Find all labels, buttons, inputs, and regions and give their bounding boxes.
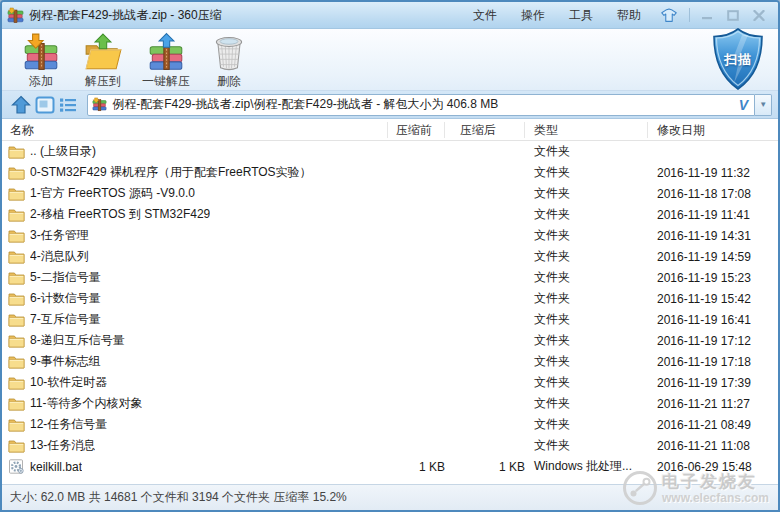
maximize-button[interactable] [720, 6, 746, 24]
toolbar: 添加 解压到 [2, 29, 778, 91]
file-name: .. (上级目录) [30, 143, 96, 160]
file-name: 0-STM32F429 裸机程序（用于配套FreeRTOS实验） [30, 164, 312, 181]
header-date[interactable]: 修改日期 [648, 122, 778, 138]
add-archive-icon [21, 32, 61, 72]
table-row[interactable]: 10-软件定时器 文件夹 2016-11-19 17:39 [2, 372, 778, 393]
modified-date: 2016-11-18 17:08 [648, 187, 778, 201]
trash-icon [209, 32, 249, 72]
table-row[interactable]: 13-任务消息 文件夹 2016-11-21 11:08 [2, 435, 778, 456]
delete-button[interactable]: 删除 [198, 31, 260, 89]
modified-date: 2016-11-19 11:41 [648, 208, 778, 222]
table-row[interactable]: 9-事件标志组 文件夹 2016-11-19 17:18 [2, 351, 778, 372]
menu-bar: 文件 操作 工具 帮助 [461, 4, 653, 27]
list-header: 名称 压缩前 压缩后 类型 修改日期 [2, 119, 778, 141]
header-name[interactable]: 名称 [8, 122, 388, 138]
modified-date: 2016-11-21 11:27 [648, 397, 778, 411]
scan-shield-button[interactable]: 扫描 [712, 27, 764, 91]
file-type: 文件夹 [525, 143, 648, 160]
menu-tools[interactable]: 工具 [557, 4, 605, 27]
list-view-icon[interactable] [57, 94, 79, 116]
extract-to-button[interactable]: 解压到 [72, 31, 134, 89]
table-row[interactable]: 1-官方 FreeRTOS 源码 -V9.0.0 文件夹 2016-11-18 … [2, 183, 778, 204]
toolbar-button-label: 解压到 [85, 73, 121, 90]
folder-icon [8, 417, 25, 432]
menu-help[interactable]: 帮助 [605, 4, 653, 27]
file-type: 文件夹 [525, 416, 648, 433]
header-before[interactable]: 压缩前 [388, 122, 445, 138]
file-type: 文件夹 [525, 290, 648, 307]
table-row[interactable]: 12-任务信号量 文件夹 2016-11-21 08:49 [2, 414, 778, 435]
file-type: 文件夹 [525, 248, 648, 265]
file-name: 2-移植 FreeRTOS 到 STM32F429 [30, 206, 210, 223]
table-row[interactable]: 0-STM32F429 裸机程序（用于配套FreeRTOS实验） 文件夹 201… [2, 162, 778, 183]
folder-icon [8, 270, 25, 285]
minimize-button[interactable] [694, 6, 720, 24]
modified-date: 2016-11-19 11:32 [648, 166, 778, 180]
file-type: 文件夹 [525, 164, 648, 181]
table-row[interactable]: .. (上级目录) 文件夹 [2, 141, 778, 162]
folder-icon [8, 207, 25, 222]
folder-icon [8, 354, 25, 369]
table-row[interactable]: keilkill.bat 1 KB 1 KB Windows 批处理... 20… [2, 456, 778, 477]
modified-date: 2016-11-19 17:39 [648, 376, 778, 390]
toolbar-button-label: 删除 [217, 73, 241, 90]
table-row[interactable]: 11-等待多个内核对象 文件夹 2016-11-21 11:27 [2, 393, 778, 414]
modified-date: 2016-11-19 14:31 [648, 229, 778, 243]
file-type: 文件夹 [525, 374, 648, 391]
extract-folder-icon [83, 32, 123, 72]
view-mode-icon[interactable] [34, 94, 56, 116]
file-name: 9-事件标志组 [30, 353, 101, 370]
file-name: keilkill.bat [30, 460, 82, 474]
file-type: Windows 批处理... [525, 458, 648, 475]
folder-icon [8, 312, 25, 327]
folder-icon [8, 165, 25, 180]
caption-divider [689, 8, 690, 22]
app-archive-icon [7, 7, 24, 24]
folder-icon [8, 438, 25, 453]
up-directory-icon[interactable] [10, 94, 32, 116]
address-history-icon[interactable]: V [739, 97, 748, 113]
table-row[interactable]: 6-计数信号量 文件夹 2016-11-19 15:42 [2, 288, 778, 309]
folder-icon [8, 375, 25, 390]
size-after: 1 KB [445, 460, 525, 474]
file-list: 名称 压缩前 压缩后 类型 修改日期 [2, 119, 778, 484]
archive-mini-icon [92, 97, 107, 112]
window-title: 例程-配套F429-挑战者.zip - 360压缩 [29, 7, 461, 24]
modified-date: 2016-11-19 15:42 [648, 292, 778, 306]
file-type: 文件夹 [525, 311, 648, 328]
address-dropdown-button[interactable]: ▼ [755, 94, 772, 116]
file-name: 4-消息队列 [30, 248, 89, 265]
scan-label: 扫描 [712, 51, 764, 69]
table-row[interactable]: 2-移植 FreeRTOS 到 STM32F429 文件夹 2016-11-19… [2, 204, 778, 225]
add-button[interactable]: 添加 [10, 31, 72, 89]
header-after[interactable]: 压缩后 [445, 122, 525, 138]
table-row[interactable]: 5-二指信号量 文件夹 2016-11-19 15:23 [2, 267, 778, 288]
file-name: 5-二指信号量 [30, 269, 101, 286]
modified-date: 2016-11-19 15:23 [648, 271, 778, 285]
table-row[interactable]: 7-互斥信号量 文件夹 2016-11-19 16:41 [2, 309, 778, 330]
address-bar-input[interactable]: 例程-配套F429-挑战者.zip\例程-配套F429-挑战者 - 解包大小为 … [87, 94, 755, 116]
file-name: 3-任务管理 [30, 227, 89, 244]
status-bar: 大小: 62.0 MB 共 14681 个文件和 3194 个文件夹 压缩率 1… [2, 484, 778, 510]
table-row[interactable]: 3-任务管理 文件夹 2016-11-19 14:31 [2, 225, 778, 246]
batch-file-gear-icon [8, 459, 25, 474]
address-row: 例程-配套F429-挑战者.zip\例程-配套F429-挑战者 - 解包大小为 … [2, 91, 778, 119]
header-type[interactable]: 类型 [525, 122, 648, 138]
menu-file[interactable]: 文件 [461, 4, 509, 27]
modified-date: 2016-11-19 17:18 [648, 355, 778, 369]
close-button[interactable] [746, 6, 772, 24]
file-type: 文件夹 [525, 437, 648, 454]
folder-icon [8, 396, 25, 411]
one-click-extract-button[interactable]: 一键解压 [134, 31, 198, 89]
menu-operation[interactable]: 操作 [509, 4, 557, 27]
app-window: 例程-配套F429-挑战者.zip - 360压缩 文件 操作 工具 帮助 [0, 0, 780, 512]
table-row[interactable]: 8-递归互斥信号量 文件夹 2016-11-19 17:12 [2, 330, 778, 351]
one-click-extract-icon [146, 32, 186, 72]
rows-container: .. (上级目录) 文件夹 [2, 141, 778, 477]
skin-tshirt-icon[interactable] [657, 5, 681, 25]
modified-date: 2016-11-19 14:59 [648, 250, 778, 264]
modified-date: 2016-11-21 11:08 [648, 439, 778, 453]
folder-icon [8, 291, 25, 306]
folder-icon [8, 186, 25, 201]
table-row[interactable]: 4-消息队列 文件夹 2016-11-19 14:59 [2, 246, 778, 267]
